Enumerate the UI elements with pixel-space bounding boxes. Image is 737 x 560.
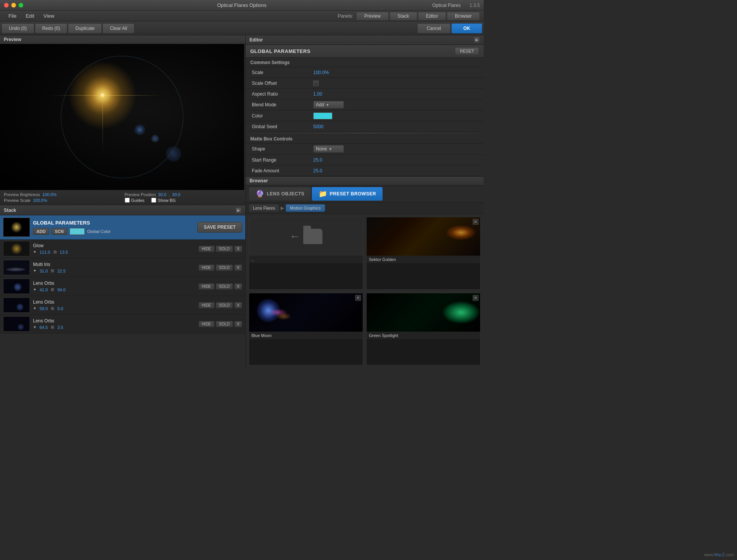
sektor-glow bbox=[446, 225, 476, 240]
guides-check: Guides bbox=[125, 198, 145, 203]
global-params-info: GLOBAL PARAMETERS ADD SCN Global Color bbox=[33, 220, 194, 235]
breadcrumb-lens-flares[interactable]: Lens Flares bbox=[249, 204, 279, 212]
preset-item-sektor[interactable]: Sektor Golden ✕ bbox=[366, 217, 481, 290]
hide-button[interactable]: HIDE bbox=[198, 302, 215, 309]
color-swatch[interactable] bbox=[313, 112, 332, 119]
menu-edit[interactable]: Edit bbox=[21, 12, 39, 20]
item-value2[interactable]: 5.0 bbox=[57, 306, 63, 311]
browser-tabs: 🔮 LENS OBJECTS 📁 PRESET BROWSER bbox=[246, 185, 484, 203]
position-y[interactable]: 30.0 bbox=[172, 192, 180, 197]
hide-button[interactable]: HIDE bbox=[198, 283, 215, 290]
minimize-button[interactable] bbox=[11, 3, 16, 8]
tab-stack[interactable]: Stack bbox=[390, 12, 417, 20]
blend-mode-param-row: Blend Mode Add ▼ bbox=[246, 99, 484, 111]
delete-button[interactable]: X bbox=[234, 246, 242, 252]
global-color-swatch[interactable] bbox=[69, 228, 85, 235]
scn-button[interactable]: SCN bbox=[51, 228, 67, 235]
lens-objects-icon: 🔮 bbox=[255, 189, 264, 198]
ok-button[interactable]: OK bbox=[451, 23, 482, 33]
solo-button[interactable]: SOLO bbox=[216, 302, 233, 309]
preset-label: Green Spotlight bbox=[367, 332, 480, 339]
delete-button[interactable]: X bbox=[234, 302, 242, 309]
item-value1[interactable]: 59.0 bbox=[40, 306, 48, 311]
showbg-label: Show BG bbox=[158, 198, 175, 203]
greenspot-glow bbox=[442, 301, 480, 324]
save-preset-button[interactable]: SAVE PRESET bbox=[197, 222, 242, 233]
item-value2[interactable]: 13.5 bbox=[60, 250, 68, 254]
delete-button[interactable]: X bbox=[234, 321, 242, 327]
hide-button[interactable]: HIDE bbox=[198, 321, 215, 327]
item-value2[interactable]: 94.0 bbox=[57, 287, 65, 292]
item-params: ✦ 31.0 ⊞ 22.5 bbox=[33, 268, 195, 273]
preview-canvas[interactable] bbox=[0, 44, 244, 190]
editor-global-params-title: GLOBAL PARAMETERS bbox=[250, 48, 311, 54]
tab-preview[interactable]: Preview bbox=[356, 12, 389, 20]
color-param-label: Color bbox=[252, 113, 313, 119]
brightness-value[interactable]: 100.0% bbox=[42, 192, 56, 197]
solo-button[interactable]: SOLO bbox=[216, 283, 233, 290]
undo-button[interactable]: Undo (0) bbox=[2, 23, 34, 33]
item-value1[interactable]: 111.0 bbox=[40, 250, 50, 254]
scale-offset-checkbox[interactable] bbox=[313, 81, 319, 86]
item-name: Lens Orbs bbox=[33, 318, 195, 324]
tab-editor[interactable]: Editor bbox=[418, 12, 446, 20]
start-range-value[interactable]: 25.0 bbox=[313, 157, 322, 163]
hide-button[interactable]: HIDE bbox=[198, 264, 215, 271]
back-arrow-icon: ← bbox=[289, 230, 300, 243]
maximize-button[interactable] bbox=[18, 3, 23, 8]
fade-amount-value[interactable]: 25.0 bbox=[313, 168, 322, 173]
preset-remove-button[interactable]: ✕ bbox=[473, 295, 479, 301]
item-params: ✦ 111.0 ⊞ 13.5 bbox=[33, 249, 195, 254]
duplicate-button[interactable]: Duplicate bbox=[68, 23, 102, 33]
shape-label: Shape bbox=[252, 146, 313, 152]
preset-browser-tab[interactable]: 📁 PRESET BROWSER bbox=[312, 187, 383, 201]
aspect-ratio-value[interactable]: 1.00 bbox=[313, 91, 322, 97]
menu-file[interactable]: File bbox=[4, 12, 21, 20]
preset-item-back[interactable]: ← .. bbox=[249, 217, 363, 290]
stack-collapse-button[interactable]: ▶ bbox=[235, 207, 241, 213]
shape-dropdown[interactable]: None ▼ bbox=[313, 145, 344, 153]
showbg-checkbox[interactable] bbox=[151, 198, 156, 203]
solo-button[interactable]: SOLO bbox=[216, 321, 233, 327]
reset-button[interactable]: RESET bbox=[455, 47, 479, 55]
item-info: Multi Iris ✦ 31.0 ⊞ 22.5 bbox=[33, 262, 195, 273]
preset-thumbnail bbox=[367, 293, 480, 332]
item-info: Glow ✦ 111.0 ⊞ 13.5 bbox=[33, 243, 195, 254]
guides-checkbox[interactable] bbox=[125, 198, 130, 203]
add-button[interactable]: ADD bbox=[33, 228, 49, 235]
preset-item-bluemoon[interactable]: Blue Moon ✕ bbox=[249, 293, 363, 366]
preset-remove-button[interactable]: ✕ bbox=[355, 295, 361, 301]
scale-value[interactable]: 100.0% bbox=[33, 198, 47, 203]
blend-mode-dropdown[interactable]: Add ▼ bbox=[313, 101, 344, 109]
menu-view[interactable]: View bbox=[39, 12, 59, 20]
bluemoon-orange-glow bbox=[276, 312, 291, 320]
item-value1[interactable]: 64.5 bbox=[40, 325, 48, 330]
position-x[interactable]: 30.0 bbox=[158, 192, 166, 197]
preset-item-greenspot[interactable]: Green Spotlight ✕ bbox=[366, 293, 481, 366]
preset-remove-button[interactable]: ✕ bbox=[473, 219, 479, 225]
close-button[interactable] bbox=[4, 3, 9, 8]
global-seed-value[interactable]: 5000 bbox=[313, 124, 324, 129]
delete-button[interactable]: X bbox=[234, 264, 242, 271]
solo-button[interactable]: SOLO bbox=[216, 246, 233, 252]
item-value1[interactable]: 41.0 bbox=[40, 287, 48, 292]
clear-all-button[interactable]: Clear All bbox=[102, 23, 134, 33]
hide-button[interactable]: HIDE bbox=[198, 246, 215, 252]
lens-objects-tab[interactable]: 🔮 LENS OBJECTS bbox=[249, 187, 311, 201]
scale-param-value[interactable]: 100.0% bbox=[313, 70, 329, 75]
item-value2[interactable]: 3.5 bbox=[57, 325, 63, 330]
solo-button[interactable]: SOLO bbox=[216, 264, 233, 271]
item-thumbnail bbox=[3, 241, 30, 256]
blend-mode-label: Blend Mode bbox=[252, 102, 313, 107]
brightness-row: Preview Brightness 100.0% bbox=[4, 192, 121, 197]
item-name: Multi Iris bbox=[33, 262, 195, 267]
tab-browser[interactable]: Browser bbox=[447, 12, 480, 20]
cancel-button[interactable]: Cancel bbox=[417, 23, 451, 33]
item-value2[interactable]: 22.5 bbox=[57, 269, 65, 273]
editor-collapse-button[interactable]: ▶ bbox=[474, 37, 480, 43]
delete-button[interactable]: X bbox=[234, 283, 242, 290]
flare-orb-2 bbox=[151, 135, 159, 142]
redo-button[interactable]: Redo (0) bbox=[35, 23, 68, 33]
item-value1[interactable]: 31.0 bbox=[40, 269, 48, 273]
titlebar: Optical Flares Options Optical Flares 1.… bbox=[0, 0, 484, 11]
